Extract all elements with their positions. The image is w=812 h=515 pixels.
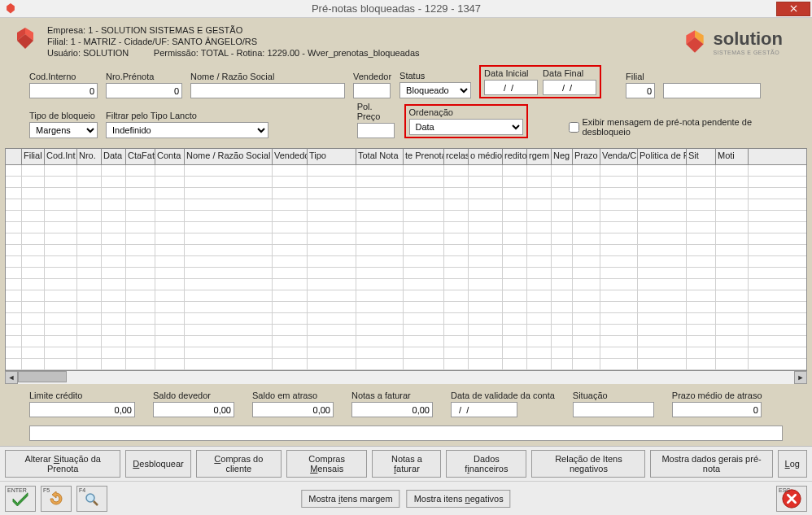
saldo-atraso-input[interactable] [252, 402, 334, 417]
grid-col-header[interactable]: Prazo [573, 149, 600, 164]
grid-hscrollbar[interactable]: ◄ ► [5, 371, 807, 384]
alterar-situacao-button[interactable]: Alterar Situação da Prenota [5, 450, 120, 478]
table-row[interactable] [6, 325, 806, 336]
table-row[interactable] [6, 336, 806, 347]
scroll-left-button[interactable]: ◄ [5, 371, 18, 384]
grid-col-header[interactable]: Nome / Razão Social [185, 149, 273, 164]
status-select[interactable]: Bloqueado [399, 82, 471, 98]
data-inicial-input[interactable] [484, 80, 538, 95]
table-row[interactable] [6, 165, 806, 177]
grid-col-header[interactable] [6, 149, 22, 164]
grid-col-header[interactable]: Moti [716, 149, 749, 164]
saldo-devedor-input[interactable] [153, 402, 234, 417]
table-row[interactable] [6, 347, 806, 359]
desbloquear-button[interactable]: Desbloquear [125, 450, 190, 478]
status-label: Status [399, 71, 471, 81]
grid-col-header[interactable]: Cod.Int [45, 149, 77, 164]
situacao-label: Situação [573, 391, 654, 400]
header-info: Empresa: 1 - SOLUTION SISTEMAS E GESTÃO … [0, 18, 812, 65]
f4-button[interactable]: F4 [76, 486, 107, 512]
mostra-itens-margem-button[interactable]: Mostra itens margem [301, 490, 399, 508]
grid-col-header[interactable]: rcelas [444, 149, 469, 164]
compras-cliente-button[interactable]: Compras do cliente [196, 450, 282, 478]
table-row[interactable] [6, 290, 806, 302]
grid-col-header[interactable]: Tipo [308, 149, 356, 164]
window-title: Pré-notas bloqueadas - 1229 - 1347 [16, 2, 776, 15]
exibir-msg-label: Exibir mensagem de pré-nota pendente de … [583, 117, 790, 137]
ordenacao-highlight-box: Ordenação Data [404, 104, 528, 138]
table-row[interactable] [6, 199, 806, 211]
vendedor-input[interactable] [353, 83, 391, 98]
grid-col-header[interactable]: CtaFat [126, 149, 155, 164]
window-close-button[interactable] [776, 2, 810, 16]
close-icon [790, 5, 797, 12]
log-button[interactable]: Log [778, 450, 807, 478]
table-row[interactable] [6, 211, 806, 222]
filter-row-2: Tipo de bloqueio Margens Filtrar pelo Ti… [29, 102, 789, 138]
nome-razao-label: Nome / Razão Social [190, 72, 345, 81]
filtrar-tipo-lancto-select[interactable]: Indefinido [106, 122, 268, 138]
pol-preco-input[interactable] [357, 123, 395, 138]
filial-desc-input[interactable] [663, 83, 761, 98]
table-row[interactable] [6, 222, 806, 233]
tipo-bloqueio-select[interactable]: Margens [29, 122, 98, 138]
grid-col-header[interactable]: Vendedor [273, 149, 308, 164]
cod-interno-label: Cod.Interno [29, 72, 98, 81]
compras-mensais-button[interactable]: Compras Mensais [286, 450, 368, 478]
secondary-button-bar: ENTER F5 F4 Mostra itens margem Mostra i… [0, 481, 812, 515]
nro-prenota-input[interactable] [106, 83, 182, 98]
table-row[interactable] [6, 302, 806, 313]
grid-col-header[interactable]: Conta [155, 149, 185, 164]
situacao-input[interactable] [573, 402, 654, 417]
esc-button[interactable]: ESC [776, 486, 807, 512]
grid-col-header[interactable]: redito [503, 149, 527, 164]
scroll-thumb[interactable] [18, 371, 67, 382]
grid-col-header[interactable]: Politica de P [638, 149, 687, 164]
notas-faturar-button[interactable]: Notas a faturar [372, 450, 441, 478]
table-row[interactable] [6, 313, 806, 325]
detail-input[interactable] [29, 426, 783, 441]
cod-interno-input[interactable] [29, 83, 98, 98]
grid-col-header[interactable]: rgem [527, 149, 552, 164]
prazo-medio-label: Prazo médio de atraso [672, 391, 762, 400]
scroll-track[interactable] [18, 371, 794, 384]
grid-col-header[interactable]: Neg [552, 149, 573, 164]
mostra-dados-gerais-button[interactable]: Mostra dados gerais pré-nota [650, 450, 772, 478]
grid-col-header[interactable]: te Prenota [404, 149, 444, 164]
content-area: Empresa: 1 - SOLUTION SISTEMAS E GESTÃO … [0, 18, 812, 515]
table-row[interactable] [6, 188, 806, 199]
svg-point-0 [86, 494, 94, 502]
nome-razao-input[interactable] [190, 83, 345, 98]
ordenacao-select[interactable]: Data [409, 119, 523, 135]
data-grid[interactable]: FilialCod.IntNro.DataCtaFatContaNome / R… [5, 148, 807, 371]
table-row[interactable] [6, 233, 806, 245]
enter-button[interactable]: ENTER [5, 486, 36, 512]
dados-financeiros-button[interactable]: Dados financeiros [446, 450, 526, 478]
grid-col-header[interactable]: Nro. [77, 149, 102, 164]
grid-col-header[interactable]: Sit [687, 149, 716, 164]
mostra-itens-neg-button[interactable]: Mostra itens negativos [407, 490, 511, 508]
table-row[interactable] [6, 279, 806, 290]
exibir-msg-checkbox[interactable] [569, 122, 579, 133]
grid-body [6, 165, 806, 370]
filial-input[interactable] [626, 83, 655, 98]
data-validade-input[interactable] [451, 402, 517, 417]
usuario-permissao-line: Usuário: SOLUTION Permissão: TOTAL - Rot… [47, 47, 682, 59]
relacao-itens-neg-button[interactable]: Relação de Itens negativos [531, 450, 645, 478]
prazo-medio-input[interactable] [672, 402, 762, 417]
grid-col-header[interactable]: Total Nota [356, 149, 404, 164]
data-final-input[interactable] [543, 80, 596, 95]
grid-col-header[interactable]: Venda/C [600, 149, 638, 164]
table-row[interactable] [6, 268, 806, 279]
table-row[interactable] [6, 245, 806, 256]
limite-credito-input[interactable] [29, 402, 135, 417]
table-row[interactable] [6, 256, 806, 268]
grid-col-header[interactable]: Filial [22, 149, 45, 164]
grid-col-header[interactable]: o médio [469, 149, 503, 164]
scroll-right-button[interactable]: ► [794, 371, 807, 384]
table-row[interactable] [6, 359, 806, 370]
notas-faturar-input[interactable] [351, 402, 433, 417]
grid-col-header[interactable]: Data [102, 149, 126, 164]
table-row[interactable] [6, 177, 806, 188]
f5-button[interactable]: F5 [41, 486, 72, 512]
